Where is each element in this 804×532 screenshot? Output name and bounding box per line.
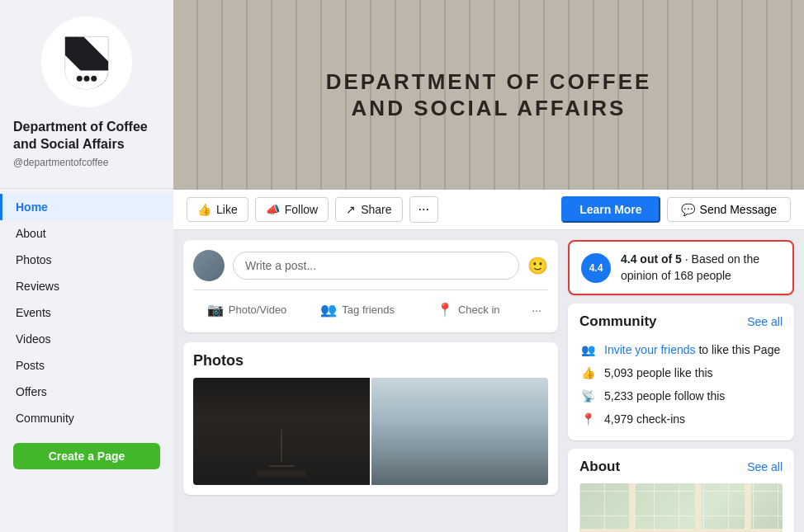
sidebar-item-about[interactable]: About — [0, 220, 173, 247]
sidebar-item-offers[interactable]: Offers — [0, 379, 173, 405]
post-actions-row: 📷 Photo/Video 👥 Tag friends 📍 Check in ·… — [193, 290, 548, 322]
check-in-label: Check in — [458, 304, 500, 316]
more-options-button[interactable]: ··· — [409, 196, 438, 223]
follow-label: Follow — [285, 203, 318, 216]
page-logo-icon — [58, 33, 116, 91]
cover-title-line2: AND SOCIAL AFFAIRS — [326, 96, 652, 121]
rating-inner: 4.4 4.4 out of 5 · Based on the opinion … — [581, 252, 781, 284]
checkins-icon: 📍 — [579, 411, 596, 427]
cover-title-line1: DEPARTMENT OF COFFEE — [326, 68, 652, 97]
create-page-button[interactable]: Create a Page — [13, 443, 160, 469]
photos-grid — [193, 378, 548, 485]
invite-icon: 👥 — [579, 341, 596, 358]
main-content: DEPARTMENT OF COFFEE AND SOCIAL AFFAIRS … — [173, 0, 804, 532]
like-label: Like — [216, 203, 238, 216]
feed-column: Write a post... 🙂 📷 Photo/Video 👥 Tag fr… — [183, 240, 558, 532]
tag-friends-label: Tag friends — [342, 304, 395, 316]
invite-suffix: to like this Page — [696, 343, 781, 356]
community-follows-text: 5,233 people follow this — [604, 389, 725, 403]
user-avatar — [193, 250, 225, 281]
tag-icon: 👥 — [320, 302, 337, 318]
follows-icon: 📡 — [579, 388, 596, 404]
messenger-icon: 💬 — [681, 203, 695, 216]
share-label: Share — [361, 203, 391, 216]
community-invite-item: 👥 Invite your friends to like this Page — [579, 338, 783, 361]
photos-section: Photos — [183, 342, 558, 495]
rating-box: 4.4 4.4 out of 5 · Based on the opinion … — [568, 240, 794, 295]
sidebar-profile: Department of Coffee and Social Affairs … — [0, 0, 173, 188]
sidebar-item-photos[interactable]: Photos — [0, 247, 173, 273]
like-icon: 👍 — [197, 203, 211, 216]
sidebar-item-community[interactable]: Community — [0, 405, 173, 431]
rating-strong: 4.4 out of 5 — [621, 252, 682, 266]
sidebar-page-handle: @departmentofcoffee — [13, 157, 160, 168]
write-post-input[interactable]: Write a post... — [233, 252, 519, 280]
learn-more-button[interactable]: Learn More — [561, 196, 660, 223]
right-column: 4.4 4.4 out of 5 · Based on the opinion … — [568, 240, 794, 532]
content-area: Write a post... 🙂 📷 Photo/Video 👥 Tag fr… — [173, 230, 804, 532]
action-bar: 👍 Like 📣 Follow ↗ Share ··· Learn More 💬… — [173, 190, 804, 230]
about-title: About — [579, 459, 620, 475]
share-button[interactable]: ↗ Share — [335, 197, 402, 222]
write-post-box: Write a post... 🙂 📷 Photo/Video 👥 Tag fr… — [183, 240, 558, 332]
community-likes-text: 5,093 people like this — [604, 366, 713, 379]
follow-button[interactable]: 📣 Follow — [255, 197, 329, 222]
sidebar-nav: Home About Photos Reviews Events Videos … — [0, 188, 173, 431]
sidebar-item-videos[interactable]: Videos — [0, 326, 173, 352]
follow-icon: 📣 — [266, 203, 280, 216]
about-header: About See all — [579, 459, 783, 475]
share-icon: ↗ — [346, 203, 356, 216]
emoji-icon[interactable]: 🙂 — [527, 256, 548, 275]
photos-title: Photos — [193, 352, 548, 370]
community-follows-item: 📡 5,233 people follow this — [579, 384, 783, 407]
sidebar: Department of Coffee and Social Affairs … — [0, 0, 173, 532]
sidebar-item-home[interactable]: Home — [0, 194, 173, 220]
photo-video-button[interactable]: 📷 Photo/Video — [193, 297, 300, 322]
post-more-button[interactable]: ··· — [525, 299, 548, 322]
about-box: About See all 📍 — [568, 449, 794, 532]
checkin-icon: 📍 — [437, 302, 453, 318]
community-title: Community — [579, 313, 657, 330]
community-checkins-text: 4,979 check-ins — [604, 412, 685, 426]
likes-icon: 👍 — [579, 365, 596, 381]
cover-photo: DEPARTMENT OF COFFEE AND SOCIAL AFFAIRS — [173, 0, 804, 190]
tag-friends-button[interactable]: 👥 Tag friends — [304, 297, 411, 322]
sidebar-page-name: Department of Coffee and Social Affairs — [13, 119, 160, 153]
avatar — [41, 16, 132, 107]
svg-point-6 — [77, 76, 83, 82]
check-in-button[interactable]: 📍 Check in — [414, 297, 522, 322]
photo-icon: 📷 — [207, 302, 224, 318]
svg-point-8 — [91, 76, 97, 82]
photo-item-1[interactable] — [193, 378, 370, 485]
send-message-button[interactable]: 💬 Send Message — [667, 197, 791, 222]
invite-friends-link[interactable]: Invite your friends — [604, 343, 696, 356]
like-button[interactable]: 👍 Like — [187, 197, 248, 222]
photo-item-2[interactable] — [371, 378, 548, 485]
cover-photo-image: DEPARTMENT OF COFFEE AND SOCIAL AFFAIRS — [173, 0, 804, 190]
photo-video-label: Photo/Video — [229, 304, 287, 316]
community-header: Community See all — [579, 313, 783, 330]
community-see-all[interactable]: See all — [747, 315, 783, 328]
community-likes-item: 👍 5,093 people like this — [579, 361, 783, 384]
rating-badge: 4.4 — [581, 253, 611, 283]
send-message-label: Send Message — [700, 203, 777, 216]
community-box: Community See all 👥 Invite your friends … — [568, 304, 794, 440]
write-post-top: Write a post... 🙂 — [193, 250, 548, 281]
map-placeholder[interactable]: 📍 — [579, 483, 783, 532]
community-checkins-item: 📍 4,979 check-ins — [579, 407, 783, 431]
sidebar-item-reviews[interactable]: Reviews — [0, 273, 173, 299]
sidebar-item-posts[interactable]: Posts — [0, 352, 173, 379]
svg-point-7 — [84, 76, 90, 82]
about-see-all[interactable]: See all — [747, 460, 783, 473]
sidebar-item-events[interactable]: Events — [0, 299, 173, 326]
rating-text: 4.4 out of 5 · Based on the opinion of 1… — [621, 252, 781, 284]
